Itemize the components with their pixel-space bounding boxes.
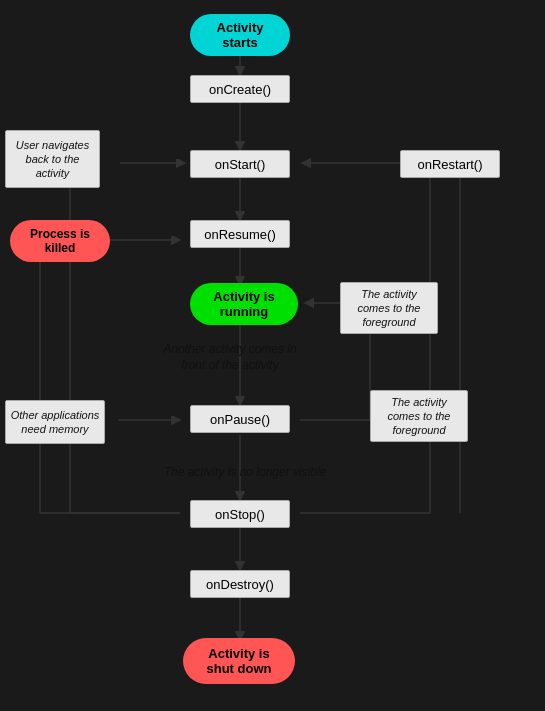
onstop-box: onStop() [190, 500, 290, 528]
no-longer-visible-label: The activity is no longer visible [140, 465, 350, 481]
foreground-label-1: The activity comes to the foreground [340, 282, 438, 334]
ondestroy-box: onDestroy() [190, 570, 290, 598]
another-activity-label: Another activity comes in front of the a… [150, 342, 310, 373]
activity-shutdown-node: Activity is shut down [183, 638, 295, 684]
onpause-box: onPause() [190, 405, 290, 433]
foreground-label-2: The activity comes to the foreground [370, 390, 468, 442]
user-navigates-label: User navigates back to the activity [5, 130, 100, 188]
onstart-box: onStart() [190, 150, 290, 178]
other-apps-label: Other applications need memory [5, 400, 105, 444]
activity-running-node: Activity is running [190, 283, 298, 325]
activity-starts-node: Activity starts [190, 14, 290, 56]
oncreate-box: onCreate() [190, 75, 290, 103]
onrestart-box: onRestart() [400, 150, 500, 178]
onresume-box: onResume() [190, 220, 290, 248]
process-killed-node: Process is killed [10, 220, 110, 262]
lifecycle-diagram: Activity starts onCreate() onStart() onR… [0, 0, 545, 711]
